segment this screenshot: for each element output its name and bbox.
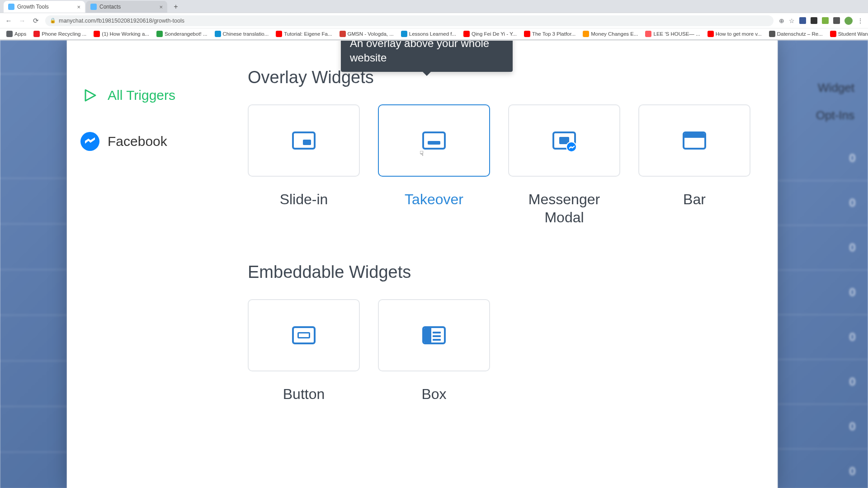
card-box[interactable]: Box <box>378 299 490 403</box>
card-takeover[interactable]: ☟ Takeover <box>378 104 490 226</box>
tab-strip: Growth Tools × Contacts × + <box>0 0 868 13</box>
zoom-icon[interactable]: ⊕ <box>779 17 784 24</box>
page-viewport: ch th Tool #3th Tool #9th Tool #8th Tool… <box>0 40 868 488</box>
messenger-icon <box>80 132 99 151</box>
bg-value-row: 0 <box>778 181 868 225</box>
sidebar: All Triggers Facebook <box>67 41 243 488</box>
bg-value-row: 0 <box>778 270 868 315</box>
bg-list-item: th Tool #9 <box>0 178 67 224</box>
bookmark-item[interactable]: (1) How Working a... <box>92 30 151 38</box>
bookmark-item[interactable]: Phone Recycling ... <box>32 30 88 38</box>
bookmark-favicon-icon <box>769 31 775 37</box>
messenger-modal-icon <box>552 131 576 150</box>
lock-icon: 🔒 <box>50 18 56 23</box>
reload-icon[interactable]: ⟳ <box>32 17 40 25</box>
bookmark-label: Qing Fei De Yi - Y... <box>472 31 517 37</box>
bg-value-row: 0 <box>778 136 868 181</box>
bg-list-item: th Tool #3 <box>0 133 67 178</box>
tab-growth-tools[interactable]: Growth Tools × <box>4 1 85 13</box>
forward-icon[interactable]: → <box>18 17 26 24</box>
bookmark-item[interactable]: How to get more v... <box>706 30 764 38</box>
extension-icon[interactable] <box>811 17 817 24</box>
background-left: ch th Tool #3th Tool #9th Tool #8th Tool… <box>0 40 67 488</box>
bookmarks-bar: AppsPhone Recycling ...(1) How Working a… <box>0 28 868 40</box>
bg-list-item: th Tool #4 <box>0 407 67 452</box>
sidebar-item-all-triggers[interactable]: All Triggers <box>80 72 230 118</box>
bookmark-label: How to get more v... <box>716 31 762 37</box>
menu-icon[interactable]: ⋮ <box>857 17 863 24</box>
tab-title: Contacts <box>99 4 121 10</box>
close-icon[interactable]: × <box>159 4 163 10</box>
play-icon <box>80 86 99 105</box>
bookmark-favicon-icon <box>463 31 470 37</box>
tooltip-takeover: An overlay above your whole website <box>341 40 513 72</box>
bookmark-favicon-icon <box>94 31 100 37</box>
extension-icon[interactable] <box>833 17 840 24</box>
bookmark-favicon-icon <box>276 31 282 37</box>
close-icon[interactable]: × <box>77 4 80 10</box>
bookmark-label: The Top 3 Platfor... <box>532 31 576 37</box>
card-label: Button <box>248 385 360 403</box>
bookmark-item[interactable]: Sonderangebot! ... <box>155 30 209 38</box>
bookmark-item[interactable]: LEE 'S HOUSE— ... <box>643 30 702 38</box>
card-bar[interactable]: Bar <box>638 104 750 226</box>
bg-list-item: th Tool #8 <box>0 224 67 270</box>
card-button[interactable]: Button <box>248 299 360 403</box>
card-label: Slide-in <box>248 190 360 208</box>
bookmark-item[interactable]: Datenschutz – Re... <box>767 30 825 38</box>
bookmark-favicon-icon <box>645 31 651 37</box>
toolbar: ← → ⟳ 🔒 manychat.com/fb198150208192061­8… <box>0 13 868 28</box>
tab-contacts[interactable]: Contacts × <box>86 1 167 13</box>
new-tab-button[interactable]: + <box>171 2 181 12</box>
card-slide-in[interactable]: Slide-in <box>248 104 360 226</box>
bookmark-item[interactable]: The Top 3 Platfor... <box>522 30 577 38</box>
bookmark-label: Student Wants an... <box>838 31 868 37</box>
bookmark-item[interactable]: Money Changes E... <box>581 30 640 38</box>
sidebar-item-label: Facebook <box>108 134 167 149</box>
main-content: Overlay Widgets Slide-in ☟ Takeover <box>243 41 778 488</box>
section-title-embed: Embeddable Widgets <box>248 263 773 282</box>
bookmark-label: Apps <box>14 31 26 37</box>
extension-icon[interactable] <box>822 17 829 24</box>
card-messenger-modal[interactable]: Messenger Modal <box>508 104 620 226</box>
card-label: Takeover <box>378 190 490 208</box>
bookmark-label: LEE 'S HOUSE— ... <box>653 31 700 37</box>
bookmark-favicon-icon <box>33 31 40 37</box>
bookmark-item[interactable]: Apps <box>5 30 28 38</box>
sidebar-item-facebook[interactable]: Facebook <box>80 118 230 164</box>
address-bar[interactable]: 🔒 manychat.com/fb198150208192061­8/growt… <box>45 15 774 26</box>
tooltip-text: An overlay above your whole website <box>350 40 489 64</box>
bookmark-label: Lessons Learned f... <box>409 31 456 37</box>
star-icon[interactable]: ☆ <box>789 17 795 24</box>
bookmark-item[interactable]: Lessons Learned f... <box>399 30 458 38</box>
browser-chrome: Growth Tools × Contacts × + ← → ⟳ 🔒 many… <box>0 0 868 40</box>
bookmark-item[interactable]: GMSN - Vologda, ... <box>338 30 396 38</box>
bg-header: Opt-Ins <box>778 104 868 122</box>
url-text: manychat.com/fb198150208192061­8/growth-… <box>59 18 184 24</box>
bookmark-label: GMSN - Vologda, ... <box>348 31 394 37</box>
bookmark-label: (1) How Working a... <box>102 31 149 37</box>
extension-icon[interactable] <box>799 17 806 24</box>
bookmark-favicon-icon <box>401 31 407 37</box>
svg-marker-0 <box>85 90 95 101</box>
bg-header: Widget <box>778 76 868 95</box>
bookmark-item[interactable]: Qing Fei De Yi - Y... <box>462 30 519 38</box>
bookmark-favicon-icon <box>524 31 530 37</box>
bookmark-item[interactable]: Chinese translatio... <box>213 30 271 38</box>
cursor-icon: ☟ <box>420 150 424 158</box>
bookmark-item[interactable]: Tutorial: Eigene Fa... <box>274 30 334 38</box>
bookmark-item[interactable]: Student Wants an... <box>828 30 868 38</box>
bookmark-favicon-icon <box>215 31 221 37</box>
bookmark-label: Chinese translatio... <box>223 31 269 37</box>
bookmark-label: Money Changes E... <box>591 31 638 37</box>
back-icon[interactable]: ← <box>5 17 13 24</box>
bookmark-label: Tutorial: Eigene Fa... <box>284 31 332 37</box>
card-label: Bar <box>638 190 750 208</box>
box-widget-icon <box>422 326 446 344</box>
card-label: Messenger Modal <box>508 190 620 226</box>
bg-value-row: 0 <box>778 315 868 360</box>
bg-value-row: 0 <box>778 404 868 449</box>
bookmark-favicon-icon <box>708 31 714 37</box>
profile-avatar[interactable] <box>844 17 853 25</box>
bg-value-row: 0 <box>778 360 868 404</box>
